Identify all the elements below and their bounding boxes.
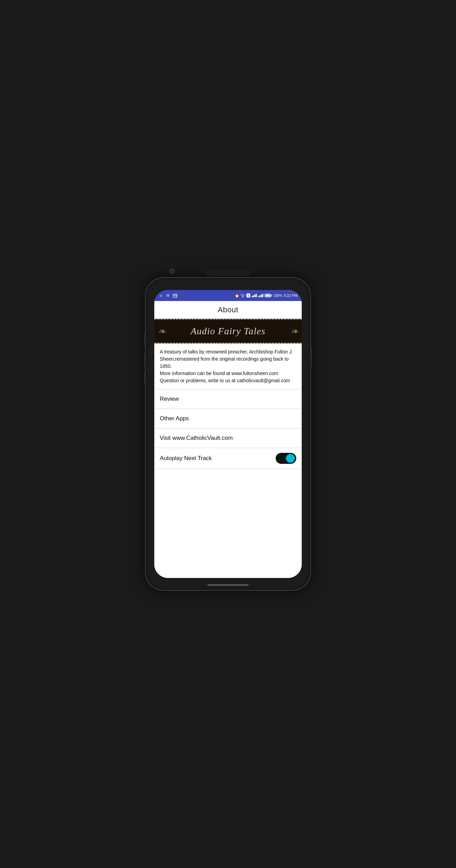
- time-display: 3:22 PM: [284, 293, 298, 298]
- content-area: A treasury of talks by renowned preacher…: [154, 343, 302, 578]
- app-header: About: [154, 301, 302, 319]
- alarm-icon: ⏰: [235, 294, 239, 298]
- other-apps-menu-item[interactable]: Other Apps: [154, 409, 302, 429]
- app-banner: ❧ Audio Fairy Tales ❧: [154, 319, 302, 343]
- status-bar: ⊙ M 100 ⏰: [154, 290, 302, 301]
- signal-icon: [252, 294, 257, 297]
- page-title: About: [218, 305, 238, 314]
- svg-point-5: [242, 297, 243, 297]
- battery-percent: 100%: [273, 294, 282, 298]
- review-menu-item[interactable]: Review: [154, 389, 302, 409]
- autoplay-toggle[interactable]: [276, 453, 296, 464]
- wifi-icon: [240, 294, 245, 298]
- calendar-icon: 100: [172, 293, 178, 298]
- toggle-knob: [286, 454, 295, 463]
- description-text: A treasury of talks by renowned preacher…: [160, 348, 296, 384]
- camera: [169, 268, 175, 274]
- banner-title: Audio Fairy Tales: [191, 326, 265, 337]
- visit-menu-item[interactable]: Visit www.CatholicVault.com: [154, 429, 302, 448]
- notification-badge: 1: [247, 293, 250, 298]
- signal-icon-2: [258, 294, 263, 297]
- svg-text:100: 100: [174, 295, 177, 297]
- status-left-icons: ⊙ M 100: [158, 293, 178, 298]
- gmail-icon: M: [165, 293, 171, 298]
- description-block: A treasury of talks by renowned preacher…: [154, 343, 302, 389]
- home-indicator: [207, 584, 249, 586]
- review-label: Review: [160, 396, 179, 402]
- phone-frame: ⊙ M 100 ⏰: [146, 278, 310, 590]
- banner-deco-left: ❧: [158, 326, 166, 337]
- autoplay-label: Autoplay Next Track: [160, 455, 212, 462]
- sync-icon: ⊙: [158, 293, 164, 298]
- status-right-icons: ⏰ 1: [235, 293, 298, 298]
- speaker: [206, 269, 250, 276]
- autoplay-toggle-row[interactable]: Autoplay Next Track: [154, 448, 302, 469]
- banner-deco-right: ❧: [290, 326, 298, 337]
- visit-label: Visit www.CatholicVault.com: [160, 435, 233, 442]
- other-apps-label: Other Apps: [160, 415, 189, 422]
- screen: ⊙ M 100 ⏰: [154, 290, 302, 578]
- battery-icon: [265, 294, 272, 297]
